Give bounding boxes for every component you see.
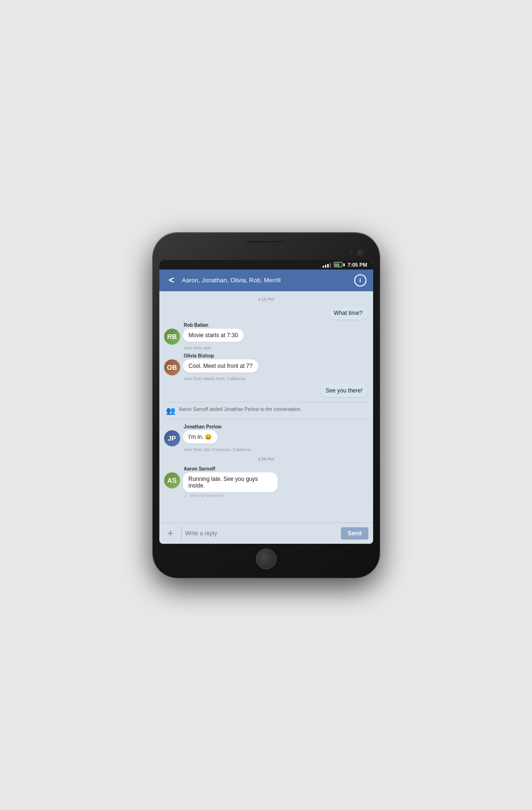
bubble-incoming: Running late. See you guys inside. <box>183 472 278 492</box>
bubble-outgoing: What time? <box>328 306 368 320</box>
signal-bar-1 <box>323 266 324 268</box>
home-button[interactable] <box>256 549 277 569</box>
phone-screen: 7:05 PM < Aaron, Jonathan, Olivia, Rob, … <box>159 260 373 544</box>
message-row: See you there! <box>164 384 368 397</box>
back-button[interactable]: < <box>166 275 177 286</box>
phone-dot <box>349 251 353 255</box>
signal-bars <box>323 262 331 268</box>
add-user-icon: 👥 <box>166 406 175 415</box>
bubble-incoming: I'm in. 😀 <box>183 430 218 444</box>
sub-text: Sent from San Francisco, California <box>184 447 251 452</box>
signal-bar-2 <box>325 265 326 268</box>
status-bar: 7:05 PM <box>159 260 373 270</box>
signal-bar-4 <box>330 263 331 268</box>
phone-speaker <box>247 241 285 245</box>
reply-input[interactable] <box>185 528 338 539</box>
input-area: + Send <box>159 523 373 544</box>
battery-body <box>334 262 342 267</box>
input-divider <box>181 527 182 540</box>
info-button[interactable]: i <box>354 274 366 287</box>
seen-label: Seen by everyone. <box>190 493 225 498</box>
message-row: Aaron Sarnoff AS Running late. See you g… <box>164 466 368 498</box>
system-message: 👥 Aaron Sarnoff added Jonathan Perlow to… <box>164 402 368 419</box>
plus-button[interactable]: + <box>164 527 177 540</box>
bubble-outgoing: See you there! <box>320 384 368 397</box>
avatar: JP <box>164 430 180 446</box>
message-row: Olivia Bishop OB Cool. Meet out front at… <box>164 353 368 381</box>
chat-title: Aaron, Jonathan, Olivia, Rob, Merrill <box>182 277 349 284</box>
sub-text: Sent from Menlo Park, California <box>184 376 245 381</box>
message-with-avatar: RB Movie starts at 7:30 <box>164 329 244 345</box>
battery-icon <box>334 262 345 267</box>
send-button[interactable]: Send <box>341 527 368 540</box>
phone-bottom <box>159 549 373 569</box>
messages-area: 3:15 PM What time? Rob Balian RB Movie s… <box>159 291 373 523</box>
message-with-avatar: OB Cool. Meet out front at 7? <box>164 359 258 375</box>
avatar: AS <box>164 472 180 488</box>
bubble-incoming: Cool. Meet out front at 7? <box>183 359 258 373</box>
phone-outer: 7:05 PM < Aaron, Jonathan, Olivia, Rob, … <box>153 233 380 578</box>
system-text: Aaron Sarnoff added Jonathan Perlow to t… <box>179 406 302 413</box>
seen-text: ✓ Seen by everyone. <box>184 493 225 498</box>
sender-name: Aaron Sarnoff <box>184 466 216 471</box>
checkmark-icon: ✓ <box>184 493 188 498</box>
battery-tip <box>343 263 345 266</box>
chat-header: < Aaron, Jonathan, Olivia, Rob, Merrill … <box>159 270 373 291</box>
timestamp-divider: 3:15 PM <box>164 297 368 302</box>
sender-name: Jonathan Perlow <box>184 424 222 429</box>
sender-name: Rob Balian <box>184 322 209 328</box>
battery-fill <box>335 263 339 266</box>
sub-text: Sent from web <box>184 346 211 350</box>
message-row: What time? <box>164 306 368 320</box>
signal-bar-3 <box>327 264 329 268</box>
avatar: OB <box>164 359 180 375</box>
message-row: Jonathan Perlow JP I'm in. 😀 Sent from S… <box>164 424 368 452</box>
status-time: 7:05 PM <box>348 262 367 268</box>
message-with-avatar: JP I'm in. 😀 <box>164 430 218 446</box>
message-row: Rob Balian RB Movie starts at 7:30 Sent … <box>164 322 368 350</box>
sender-name: Olivia Bishop <box>184 353 214 358</box>
timestamp-divider: 6:56 PM <box>164 457 368 462</box>
avatar: RB <box>164 329 180 345</box>
message-with-avatar: AS Running late. See you guys inside. <box>164 472 278 492</box>
bubble-incoming: Movie starts at 7:30 <box>183 329 244 342</box>
phone-camera <box>357 250 364 256</box>
